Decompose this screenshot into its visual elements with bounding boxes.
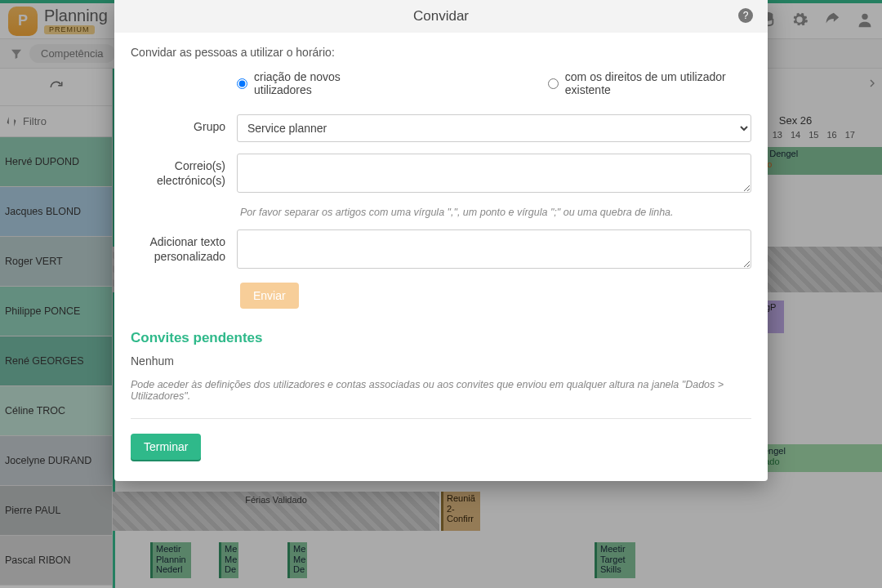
- emails-textarea[interactable]: [237, 154, 751, 193]
- separator: [131, 418, 751, 419]
- radio-new-users[interactable]: criação de novos utilizadores: [237, 70, 385, 96]
- pending-note: Pode aceder às definições dos utilizador…: [131, 379, 751, 402]
- group-select[interactable]: Service planner: [237, 114, 751, 142]
- radio-existing-user[interactable]: com os direitos de um utilizador existen…: [548, 70, 751, 96]
- pending-heading: Convites pendentes: [131, 330, 751, 346]
- help-icon[interactable]: ?: [738, 8, 753, 23]
- label-custom-text: Adicionar texto personalizado: [131, 229, 237, 264]
- modal-title: Convidar: [413, 8, 469, 24]
- send-button[interactable]: Enviar: [240, 283, 299, 309]
- radio-new-users-input[interactable]: [237, 78, 247, 89]
- label-group: Grupo: [131, 114, 237, 134]
- invite-modal: Convidar ? Convidar as pessoas a utiliza…: [114, 0, 768, 481]
- modal-header: Convidar ?: [114, 0, 768, 33]
- label-emails: Correio(s) electrónico(s): [131, 154, 237, 188]
- pending-none: Nenhum: [131, 354, 751, 368]
- radio-existing-user-input[interactable]: [548, 78, 559, 89]
- emails-hint: Por favor separar os artigos com uma vír…: [240, 207, 751, 218]
- done-button[interactable]: Terminar: [131, 434, 201, 460]
- modal-intro: Convidar as pessoas a utilizar o horário…: [131, 46, 751, 59]
- custom-text-textarea[interactable]: [237, 229, 751, 269]
